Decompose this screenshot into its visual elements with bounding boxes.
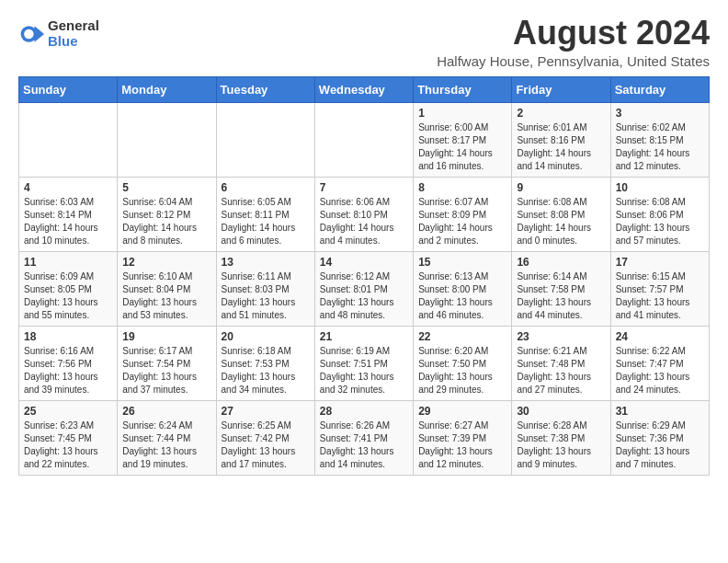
calendar-day-cell: 20Sunrise: 6:18 AM Sunset: 7:53 PM Dayli… [216, 326, 314, 400]
day-number: 17 [616, 256, 704, 269]
day-info: Sunrise: 6:20 AM Sunset: 7:50 PM Dayligh… [418, 345, 506, 396]
empty-cell [216, 102, 314, 177]
calendar-day-cell: 17Sunrise: 6:15 AM Sunset: 7:57 PM Dayli… [610, 251, 709, 326]
calendar-day-cell: 8Sunrise: 6:07 AM Sunset: 8:09 PM Daylig… [414, 177, 512, 251]
logo-text: General Blue [48, 18, 99, 49]
calendar-day-cell: 29Sunrise: 6:27 AM Sunset: 7:39 PM Dayli… [414, 400, 512, 475]
logo-icon [18, 21, 44, 47]
day-number: 26 [122, 405, 210, 418]
weekday-header-friday: Friday [512, 76, 610, 102]
calendar-day-cell: 25Sunrise: 6:23 AM Sunset: 7:45 PM Dayli… [19, 400, 118, 475]
calendar-day-cell: 22Sunrise: 6:20 AM Sunset: 7:50 PM Dayli… [414, 326, 512, 400]
calendar-week-row: 1Sunrise: 6:00 AM Sunset: 8:17 PM Daylig… [19, 102, 710, 177]
calendar-day-cell: 27Sunrise: 6:25 AM Sunset: 7:42 PM Dayli… [216, 400, 314, 475]
weekday-header-wednesday: Wednesday [314, 76, 413, 102]
day-info: Sunrise: 6:08 AM Sunset: 8:08 PM Dayligh… [517, 196, 605, 247]
day-number: 25 [24, 405, 112, 418]
day-number: 22 [418, 330, 506, 343]
calendar-day-cell: 5Sunrise: 6:04 AM Sunset: 8:12 PM Daylig… [118, 177, 216, 251]
day-number: 30 [517, 405, 605, 418]
day-info: Sunrise: 6:21 AM Sunset: 7:48 PM Dayligh… [517, 345, 605, 396]
day-info: Sunrise: 6:09 AM Sunset: 8:05 PM Dayligh… [24, 270, 112, 322]
day-info: Sunrise: 6:13 AM Sunset: 8:00 PM Dayligh… [418, 270, 506, 322]
day-number: 15 [418, 256, 506, 269]
day-info: Sunrise: 6:23 AM Sunset: 7:45 PM Dayligh… [24, 419, 112, 471]
day-number: 31 [616, 405, 704, 418]
weekday-header-thursday: Thursday [414, 76, 512, 102]
day-info: Sunrise: 6:29 AM Sunset: 7:36 PM Dayligh… [616, 419, 704, 471]
calendar-day-cell: 10Sunrise: 6:08 AM Sunset: 8:06 PM Dayli… [610, 177, 709, 251]
day-info: Sunrise: 6:17 AM Sunset: 7:54 PM Dayligh… [122, 345, 210, 396]
calendar-week-row: 11Sunrise: 6:09 AM Sunset: 8:05 PM Dayli… [19, 251, 710, 326]
calendar-week-row: 25Sunrise: 6:23 AM Sunset: 7:45 PM Dayli… [19, 400, 710, 475]
empty-cell [19, 102, 118, 177]
day-info: Sunrise: 6:11 AM Sunset: 8:03 PM Dayligh… [222, 270, 310, 322]
day-info: Sunrise: 6:05 AM Sunset: 8:11 PM Dayligh… [222, 196, 310, 247]
calendar-day-cell: 16Sunrise: 6:14 AM Sunset: 7:58 PM Dayli… [512, 251, 610, 326]
day-number: 12 [122, 256, 210, 269]
day-number: 20 [222, 330, 310, 343]
header: General Blue August 2024 Halfway House, … [18, 15, 710, 69]
calendar-day-cell: 12Sunrise: 6:10 AM Sunset: 8:04 PM Dayli… [118, 251, 216, 326]
svg-marker-1 [35, 26, 45, 42]
calendar-day-cell: 13Sunrise: 6:11 AM Sunset: 8:03 PM Dayli… [216, 251, 314, 326]
day-info: Sunrise: 6:22 AM Sunset: 7:47 PM Dayligh… [616, 345, 704, 396]
weekday-header-tuesday: Tuesday [216, 76, 314, 102]
calendar-day-cell: 19Sunrise: 6:17 AM Sunset: 7:54 PM Dayli… [118, 326, 216, 400]
day-info: Sunrise: 6:02 AM Sunset: 8:15 PM Dayligh… [616, 121, 704, 173]
day-info: Sunrise: 6:12 AM Sunset: 8:01 PM Dayligh… [320, 270, 408, 322]
logo-blue-label: Blue [48, 34, 99, 50]
day-number: 11 [24, 256, 112, 269]
calendar-day-cell: 21Sunrise: 6:19 AM Sunset: 7:51 PM Dayli… [314, 326, 413, 400]
day-info: Sunrise: 6:08 AM Sunset: 8:06 PM Dayligh… [616, 196, 704, 247]
day-number: 28 [320, 405, 408, 418]
calendar-table: SundayMondayTuesdayWednesdayThursdayFrid… [18, 76, 710, 476]
day-info: Sunrise: 6:18 AM Sunset: 7:53 PM Dayligh… [222, 345, 310, 396]
location-subtitle: Halfway House, Pennsylvania, United Stat… [437, 53, 710, 69]
calendar-week-row: 18Sunrise: 6:16 AM Sunset: 7:56 PM Dayli… [19, 326, 710, 400]
day-number: 2 [517, 107, 605, 120]
day-number: 29 [418, 405, 506, 418]
day-number: 1 [418, 107, 506, 120]
calendar-day-cell: 1Sunrise: 6:00 AM Sunset: 8:17 PM Daylig… [414, 102, 512, 177]
day-number: 23 [517, 330, 605, 343]
logo: General Blue [18, 18, 99, 49]
calendar-day-cell: 23Sunrise: 6:21 AM Sunset: 7:48 PM Dayli… [512, 326, 610, 400]
weekday-header-row: SundayMondayTuesdayWednesdayThursdayFrid… [19, 76, 710, 102]
weekday-header-monday: Monday [118, 76, 216, 102]
calendar-day-cell: 15Sunrise: 6:13 AM Sunset: 8:00 PM Dayli… [414, 251, 512, 326]
calendar-day-cell: 4Sunrise: 6:03 AM Sunset: 8:14 PM Daylig… [19, 177, 118, 251]
day-info: Sunrise: 6:14 AM Sunset: 7:58 PM Dayligh… [517, 270, 605, 322]
day-info: Sunrise: 6:24 AM Sunset: 7:44 PM Dayligh… [122, 419, 210, 471]
calendar-day-cell: 3Sunrise: 6:02 AM Sunset: 8:15 PM Daylig… [610, 102, 709, 177]
day-info: Sunrise: 6:16 AM Sunset: 7:56 PM Dayligh… [24, 345, 112, 396]
day-number: 13 [222, 256, 310, 269]
day-number: 18 [24, 330, 112, 343]
calendar-day-cell: 7Sunrise: 6:06 AM Sunset: 8:10 PM Daylig… [314, 177, 413, 251]
calendar-day-cell: 18Sunrise: 6:16 AM Sunset: 7:56 PM Dayli… [19, 326, 118, 400]
day-info: Sunrise: 6:10 AM Sunset: 8:04 PM Dayligh… [122, 270, 210, 322]
day-number: 9 [517, 181, 605, 194]
day-info: Sunrise: 6:07 AM Sunset: 8:09 PM Dayligh… [418, 196, 506, 247]
day-number: 5 [122, 181, 210, 194]
calendar-day-cell: 28Sunrise: 6:26 AM Sunset: 7:41 PM Dayli… [314, 400, 413, 475]
day-number: 16 [517, 256, 605, 269]
empty-cell [118, 102, 216, 177]
day-info: Sunrise: 6:03 AM Sunset: 8:14 PM Dayligh… [24, 196, 112, 247]
day-number: 21 [320, 330, 408, 343]
calendar-day-cell: 6Sunrise: 6:05 AM Sunset: 8:11 PM Daylig… [216, 177, 314, 251]
title-area: August 2024 Halfway House, Pennsylvania,… [437, 15, 710, 69]
day-info: Sunrise: 6:15 AM Sunset: 7:57 PM Dayligh… [616, 270, 704, 322]
calendar-day-cell: 31Sunrise: 6:29 AM Sunset: 7:36 PM Dayli… [610, 400, 709, 475]
day-info: Sunrise: 6:00 AM Sunset: 8:17 PM Dayligh… [418, 121, 506, 173]
logo-general-label: General [48, 18, 99, 34]
day-number: 7 [320, 181, 408, 194]
calendar-day-cell: 11Sunrise: 6:09 AM Sunset: 8:05 PM Dayli… [19, 251, 118, 326]
day-info: Sunrise: 6:28 AM Sunset: 7:38 PM Dayligh… [517, 419, 605, 471]
weekday-header-saturday: Saturday [610, 76, 709, 102]
calendar-day-cell: 9Sunrise: 6:08 AM Sunset: 8:08 PM Daylig… [512, 177, 610, 251]
weekday-header-sunday: Sunday [19, 76, 118, 102]
day-number: 24 [616, 330, 704, 343]
calendar-day-cell: 30Sunrise: 6:28 AM Sunset: 7:38 PM Dayli… [512, 400, 610, 475]
day-info: Sunrise: 6:27 AM Sunset: 7:39 PM Dayligh… [418, 419, 506, 471]
